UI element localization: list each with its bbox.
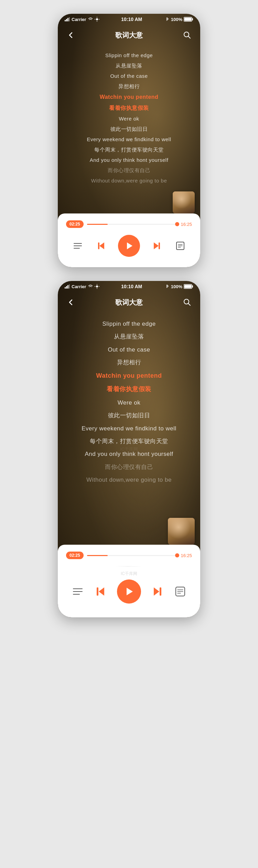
- phone-frame-1: Carrier 10:10 AM 10: [58, 14, 200, 267]
- lyric-line-3: Out of the case: [110, 71, 148, 81]
- svg-point-4: [96, 18, 98, 20]
- status-time-1: 10:10 AM: [121, 17, 142, 22]
- battery-icon-2: [184, 284, 193, 289]
- svg-marker-20: [154, 242, 159, 249]
- status-carrier-2: Carrier: [65, 284, 99, 289]
- svg-rect-46: [97, 587, 98, 596]
- lyrics-area-1: Slippin off the edge 从悬崖坠落 Out of the ca…: [58, 47, 200, 186]
- svg-rect-49: [160, 587, 161, 596]
- progress-track-1[interactable]: [87, 224, 178, 225]
- svg-rect-27: [66, 286, 67, 289]
- progress-section-1: 02:25 16:25: [66, 220, 192, 228]
- lyric-line-13: Without down,were going to be: [91, 176, 167, 186]
- svg-rect-37: [184, 285, 192, 288]
- svg-marker-45: [99, 587, 104, 596]
- status-bar-1: Carrier 10:10 AM 10: [58, 14, 200, 23]
- watermark-card: IC千库网: [66, 571, 192, 577]
- svg-rect-21: [159, 242, 160, 249]
- playlist-button-2[interactable]: [71, 585, 85, 598]
- svg-rect-36: [192, 285, 193, 287]
- lyric-line-7: Were ok: [119, 114, 139, 124]
- lyric-line-6: 看着你执意假装: [109, 103, 149, 114]
- svg-line-39: [189, 304, 191, 306]
- progress-section-2: 02:25 16:25: [66, 552, 192, 559]
- lyric-line-4: 异想相行: [118, 81, 140, 92]
- play-button-1[interactable]: [118, 235, 140, 257]
- lyric-l-1: Slippin off the edge: [102, 317, 155, 330]
- wifi-icon-2: [88, 284, 93, 289]
- status-battery-1: 100%: [164, 17, 193, 22]
- total-time-2: 16:25: [181, 553, 192, 558]
- lyric-l-5: Watchin you pentend: [96, 369, 162, 383]
- lyric-line-5: Watchin you pentend: [100, 92, 159, 103]
- svg-marker-17: [99, 242, 104, 249]
- brightness-icon-2: [95, 284, 99, 289]
- bluetooth-icon: [164, 17, 170, 21]
- lyrics-button-1[interactable]: [173, 239, 187, 253]
- current-time-1: 02:25: [66, 220, 84, 228]
- lyric-line-12: 而你心理仅有自己: [108, 165, 150, 176]
- lyric-l-12: 而你心理仅有自己: [105, 461, 153, 473]
- lyric-l-2: 从悬崖坠落: [114, 330, 144, 343]
- svg-marker-48: [154, 587, 159, 596]
- svg-rect-0: [65, 20, 66, 21]
- lyric-l-6: 看着你执意假装: [107, 383, 151, 396]
- music-background-2: Carrier 10:10 AM 10: [58, 281, 200, 617]
- back-button-1[interactable]: [65, 29, 77, 41]
- battery-icon: [184, 17, 193, 22]
- svg-rect-26: [65, 287, 66, 289]
- lyric-l-4: 异想相行: [117, 356, 141, 369]
- lyrics-button-2[interactable]: [173, 585, 187, 598]
- player-controls-1: [66, 235, 192, 257]
- next-button-1[interactable]: [150, 239, 163, 253]
- album-thumbnail-1[interactable]: [173, 191, 195, 213]
- play-button-2[interactable]: [117, 579, 141, 604]
- progress-fill-2: [87, 555, 108, 556]
- prev-button-2[interactable]: [94, 585, 108, 598]
- lyric-l-8: 彼此一切如旧日: [108, 409, 150, 422]
- phone-frame-2: Carrier 10:10 AM 10: [58, 281, 200, 617]
- svg-rect-28: [67, 285, 68, 289]
- lyric-l-13: Without down,were going to be: [86, 473, 172, 486]
- search-button-1[interactable]: [181, 29, 193, 41]
- wifi-icon: [88, 17, 93, 21]
- lyric-l-7: Were ok: [118, 396, 141, 409]
- svg-rect-29: [69, 284, 70, 289]
- signal-icon: [65, 17, 70, 21]
- lyric-l-9: Every weekend we findkind to well: [82, 422, 176, 435]
- svg-rect-18: [98, 242, 99, 249]
- progress-fill-1: [87, 224, 108, 225]
- svg-line-13: [189, 36, 191, 39]
- lyrics-area-2: Slippin off the edge 从悬崖坠落 Out of the ca…: [58, 314, 200, 514]
- progress-track-2[interactable]: [87, 555, 178, 556]
- page-title-1: 歌词大意: [115, 31, 143, 40]
- lyric-line-11: And you only think hont yourself: [90, 155, 169, 165]
- svg-rect-10: [192, 18, 193, 20]
- svg-rect-3: [69, 17, 70, 21]
- prev-button-1[interactable]: [95, 239, 108, 253]
- back-button-2[interactable]: [65, 296, 77, 308]
- progress-dot-2: [175, 553, 179, 557]
- current-time-2: 02:25: [66, 552, 84, 559]
- lyric-line-1: Slippin off the edge: [105, 50, 153, 61]
- player-card-2: 02:25 16:25 IC千库网: [58, 545, 200, 617]
- brightness-icon: [95, 17, 99, 22]
- status-time-2: 10:10 AM: [121, 284, 142, 289]
- svg-rect-2: [67, 18, 68, 21]
- status-carrier-1: Carrier: [65, 17, 99, 22]
- progress-dot-1: [175, 222, 179, 226]
- lyric-l-10: 每个周末，打赏便车驶向天堂: [90, 435, 168, 448]
- next-button-2[interactable]: [150, 585, 164, 598]
- search-button-2[interactable]: [181, 296, 193, 308]
- lyric-line-2: 从悬崖坠落: [116, 61, 142, 71]
- bluetooth-icon-2: [164, 284, 170, 289]
- album-thumbnail-2[interactable]: [168, 518, 195, 545]
- player-controls-2: [66, 579, 192, 604]
- lyric-l-3: Out of the case: [108, 343, 150, 356]
- signal-icon-2: [65, 284, 70, 289]
- status-bar-2: Carrier 10:10 AM 10: [58, 281, 200, 291]
- lyric-l-11: And you only think hont yourself: [85, 448, 173, 460]
- player-card-1: 02:25 16:25: [58, 213, 200, 267]
- playlist-button-1[interactable]: [71, 239, 85, 253]
- svg-point-30: [96, 285, 98, 287]
